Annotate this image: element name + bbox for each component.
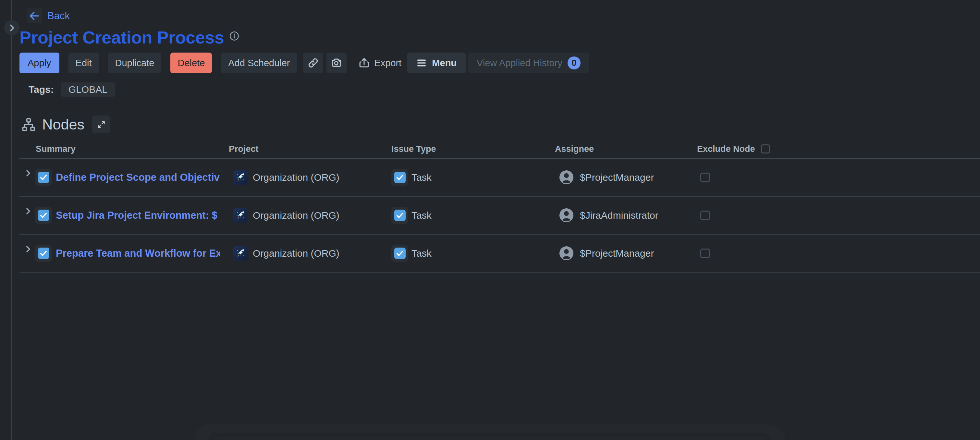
back-button[interactable]: Back — [19, 8, 980, 23]
project-name: Organization (ORG) — [253, 210, 339, 221]
export-label: Export — [374, 58, 402, 68]
issue-type-checkbox[interactable] — [391, 169, 408, 186]
avatar-icon — [559, 170, 574, 185]
column-header-exclude-node: Exclude Node — [697, 144, 755, 154]
avatar-icon — [559, 246, 574, 261]
issue-type-checkbox[interactable] — [391, 245, 408, 262]
chevron-right-icon — [9, 24, 15, 32]
exclude-node-checkbox[interactable] — [700, 211, 710, 220]
check-icon — [39, 173, 48, 182]
avatar-icon — [559, 208, 574, 223]
summary-checkbox[interactable] — [35, 169, 52, 186]
add-scheduler-button[interactable]: Add Scheduler — [221, 52, 297, 73]
summary-link[interactable]: Define Project Scope and Objectiv — [56, 172, 220, 183]
expand-nodes-button[interactable] — [92, 116, 110, 133]
project-avatar-icon — [233, 208, 248, 222]
project-avatar-icon — [233, 170, 248, 184]
export-icon — [358, 57, 370, 69]
summary-checkbox[interactable] — [35, 245, 52, 262]
delete-button[interactable]: Delete — [170, 52, 212, 73]
back-label: Back — [48, 10, 70, 22]
row-expander-icon[interactable] — [24, 170, 32, 177]
menu-label: Menu — [432, 58, 457, 68]
row-expander-icon[interactable] — [24, 246, 32, 253]
assignee-name: $ProjectManager — [580, 172, 654, 183]
issue-type-label: Task — [412, 248, 431, 259]
project-name: Organization (ORG) — [253, 248, 339, 259]
tags-row: Tags: GLOBAL — [29, 83, 980, 97]
sidebar-divider — [11, 0, 12, 440]
action-toolbar: Apply Edit Duplicate Delete Add Schedule… — [19, 52, 980, 73]
screenshot-button[interactable] — [326, 52, 347, 73]
table-header-row: Summary Project Issue Type Assignee Excl… — [19, 140, 980, 159]
apply-button[interactable]: Apply — [19, 52, 59, 73]
check-icon — [39, 211, 48, 220]
summary-link[interactable]: Setup Jira Project Environment: $ — [56, 210, 217, 221]
check-icon — [39, 249, 48, 257]
view-applied-history-button[interactable]: View Applied History 0 — [468, 52, 589, 73]
nodes-table: Summary Project Issue Type Assignee Excl… — [19, 140, 980, 273]
export-button[interactable]: Export — [358, 52, 402, 73]
history-count-badge: 0 — [568, 56, 581, 70]
expand-diagonal-icon — [96, 120, 106, 129]
column-header-summary: Summary — [19, 144, 229, 154]
tag-chip-global: GLOBAL — [61, 83, 115, 97]
info-icon[interactable] — [229, 31, 239, 41]
check-icon — [396, 249, 404, 257]
column-header-assignee: Assignee — [555, 144, 697, 154]
check-icon — [396, 173, 404, 182]
link-icon — [307, 57, 319, 69]
page-title: Project Creation Process — [19, 27, 224, 48]
nodes-section-title: Nodes — [42, 116, 84, 133]
issue-type-checkbox[interactable] — [391, 207, 408, 224]
check-icon — [396, 211, 404, 220]
exclude-node-checkbox[interactable] — [700, 249, 710, 258]
summary-link[interactable]: Prepare Team and Workflow for Ex — [56, 248, 220, 259]
table-row: Define Project Scope and Objectiv — [19, 159, 980, 197]
menu-button[interactable]: Menu — [407, 52, 466, 73]
camera-icon — [330, 57, 343, 69]
table-row: Prepare Team and Workflow for Ex O — [19, 235, 980, 273]
exclude-all-checkbox[interactable] — [761, 145, 770, 154]
copy-link-button[interactable] — [303, 52, 323, 73]
column-header-issue-type: Issue Type — [391, 144, 555, 154]
table-row: Setup Jira Project Environment: $ — [19, 197, 980, 235]
assignee-name: $JiraAdministrator — [580, 210, 659, 221]
sidebar-expand-toggle[interactable] — [4, 20, 19, 35]
issue-type-label: Task — [412, 172, 431, 183]
row-expander-icon[interactable] — [24, 208, 32, 215]
bottom-sheet-edge-innermost — [215, 437, 765, 440]
project-name: Organization (ORG) — [253, 172, 339, 183]
view-applied-history-label: View Applied History — [477, 58, 562, 68]
edit-button[interactable]: Edit — [68, 52, 99, 73]
tags-label: Tags: — [29, 84, 54, 95]
assignee-name: $ProjectManager — [580, 248, 654, 259]
hamburger-icon — [416, 59, 427, 67]
back-arrow-icon — [27, 8, 42, 23]
exclude-node-checkbox[interactable] — [700, 173, 710, 183]
project-avatar-icon — [233, 246, 248, 261]
issue-type-label: Task — [412, 210, 431, 221]
summary-checkbox[interactable] — [35, 207, 52, 224]
column-header-project: Project — [229, 144, 391, 154]
main-content: Back Project Creation Process Apply Edit… — [19, 0, 980, 273]
duplicate-button[interactable]: Duplicate — [108, 52, 162, 73]
sitemap-icon — [21, 118, 36, 132]
